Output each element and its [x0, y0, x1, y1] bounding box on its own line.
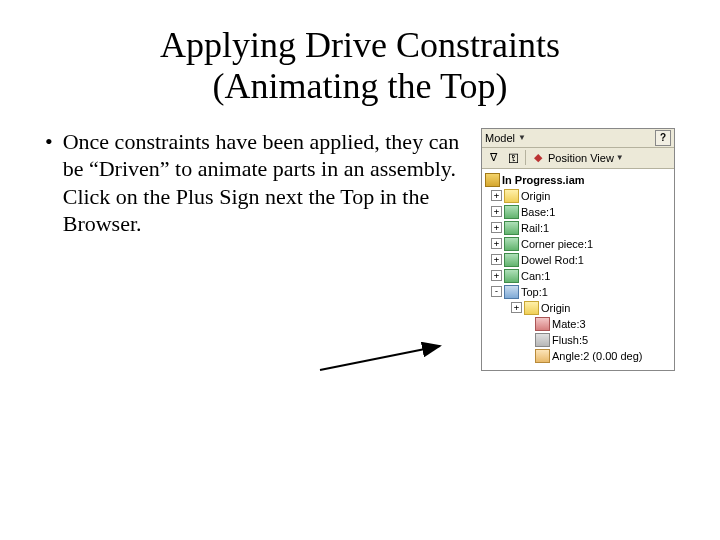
help-button[interactable]: ?: [655, 130, 671, 146]
top-icon: [504, 285, 519, 299]
expand-box[interactable]: +: [491, 206, 502, 217]
tree-item[interactable]: Mate:3: [524, 316, 671, 332]
part-icon: [504, 253, 519, 267]
chevron-down-icon: ▼: [616, 153, 624, 162]
tree-item-label: Angle:2 (0.00 deg): [552, 350, 643, 362]
tree-item-label: Top:1: [521, 286, 548, 298]
tree-item-label: Origin: [541, 302, 570, 314]
tree-item-label: Base:1: [521, 206, 555, 218]
tree-item[interactable]: +Origin: [491, 188, 671, 204]
position-view-dropdown[interactable]: ◆ Position View ▼: [530, 150, 624, 166]
model-dropdown[interactable]: Model ▼: [485, 132, 526, 144]
tree-item[interactable]: +Can:1: [491, 268, 671, 284]
separator: [525, 150, 526, 165]
part-icon: [504, 221, 519, 235]
tree-root[interactable]: In Progress.iam: [485, 172, 671, 188]
tree-item[interactable]: -Top:1: [491, 284, 671, 300]
expand-box[interactable]: +: [491, 222, 502, 233]
mate-icon: [535, 317, 550, 331]
expand-box[interactable]: +: [491, 238, 502, 249]
title-line-2: (Animating the Top): [213, 66, 508, 106]
expand-box[interactable]: -: [491, 286, 502, 297]
assembly-icon: [485, 173, 500, 187]
tree-item-label: Origin: [521, 190, 550, 202]
tree-item-label: Flush:5: [552, 334, 588, 346]
tree-item-label: Can:1: [521, 270, 550, 282]
expand-box[interactable]: +: [511, 302, 522, 313]
browser-tree: In Progress.iam +Origin+Base:1+Rail:1+Co…: [482, 169, 674, 370]
position-view-label: Position View: [548, 152, 614, 164]
tree-item[interactable]: +Origin: [511, 300, 671, 316]
root-label: In Progress.iam: [502, 174, 585, 186]
browser-panel: Model ▼ ? ∇ ⚿ ◆ Position View ▼ In Progr…: [481, 128, 675, 371]
key-icon[interactable]: ⚿: [505, 150, 521, 166]
expand-box[interactable]: +: [491, 254, 502, 265]
expand-box[interactable]: +: [491, 190, 502, 201]
slide-title: Applying Drive Constraints (Animating th…: [0, 25, 720, 108]
part-icon: [504, 205, 519, 219]
title-line-1: Applying Drive Constraints: [160, 25, 560, 65]
tree-item-label: Mate:3: [552, 318, 586, 330]
panel-toolbar: ∇ ⚿ ◆ Position View ▼: [482, 148, 674, 169]
tree-item[interactable]: Angle:2 (0.00 deg): [524, 348, 671, 364]
tree-item[interactable]: +Corner piece:1: [491, 236, 671, 252]
tree-item-label: Rail:1: [521, 222, 549, 234]
folder-icon: [524, 301, 539, 315]
bullet-marker: •: [45, 128, 53, 371]
angle-icon: [535, 349, 550, 363]
chevron-down-icon: ▼: [518, 133, 526, 142]
bullet-item: • Once constraints have been applied, th…: [45, 128, 461, 371]
panel-header: Model ▼ ?: [482, 129, 674, 148]
model-label: Model: [485, 132, 515, 144]
filter-icon[interactable]: ∇: [485, 150, 501, 166]
folder-icon: [504, 189, 519, 203]
tree-item[interactable]: +Rail:1: [491, 220, 671, 236]
part-icon: [504, 237, 519, 251]
expand-box[interactable]: +: [491, 270, 502, 281]
tree-item[interactable]: +Base:1: [491, 204, 671, 220]
tree-item-label: Corner piece:1: [521, 238, 593, 250]
part-icon: [504, 269, 519, 283]
tree-item[interactable]: Flush:5: [524, 332, 671, 348]
flush-icon: [535, 333, 550, 347]
tree-item-label: Dowel Rod:1: [521, 254, 584, 266]
bullet-text: Once constraints have been applied, they…: [63, 128, 461, 371]
position-icon: ◆: [530, 150, 546, 166]
tree-item[interactable]: +Dowel Rod:1: [491, 252, 671, 268]
